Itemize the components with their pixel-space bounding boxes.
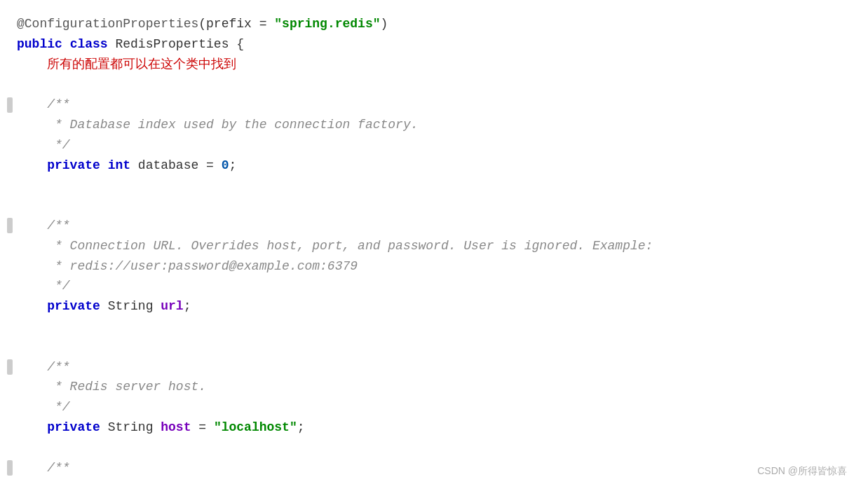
code-line [7, 337, 847, 357]
line-text: public class RedisProperties { [17, 34, 847, 55]
line-text: /** [17, 357, 847, 378]
code-line: */ [7, 397, 847, 417]
line-indicator [7, 359, 13, 375]
code-line: /** [7, 458, 847, 478]
code-line: private int database = 0; [7, 155, 847, 176]
code-line [7, 438, 847, 458]
line-text: /** [17, 95, 847, 115]
code-line: * Database index used by the connection … [7, 115, 847, 135]
line-text: * Connection URL. Overrides host, port, … [17, 236, 847, 256]
token: /** [17, 97, 70, 111]
token: private [47, 158, 100, 172]
code-line: public class RedisProperties { [7, 34, 847, 55]
code-content: @ConfigurationProperties(prefix = "sprin… [7, 14, 847, 478]
token: "localhost" [214, 420, 297, 434]
token: private [47, 299, 100, 313]
code-line: private String url; [7, 296, 847, 317]
token: */ [17, 279, 70, 293]
line-text: /** [17, 216, 847, 236]
token: ; [184, 299, 191, 313]
line-text: private String url; [17, 296, 847, 317]
code-line: @ConfigurationProperties(prefix = "sprin… [7, 14, 847, 34]
token: * Redis server host. [17, 380, 206, 394]
token: */ [17, 400, 70, 414]
token: ; [297, 420, 305, 434]
line-indicator [7, 218, 13, 233]
code-line: private String host = "localhost"; [7, 417, 847, 438]
watermark-text: CSDN @所得皆惊喜 [757, 463, 847, 478]
line-text: */ [17, 135, 847, 155]
token: 所有的配置都可以在这个类中找到 [17, 57, 236, 71]
token: /** [17, 219, 70, 233]
line-text: /** [17, 458, 847, 478]
code-line: /** [7, 357, 847, 378]
line-indicator [7, 460, 13, 476]
token: * redis://user:password@example.com:6379 [17, 259, 358, 273]
token: database = [130, 158, 222, 172]
token: /** [17, 461, 70, 475]
code-line: /** [7, 95, 847, 115]
line-text: 所有的配置都可以在这个类中找到 [17, 55, 847, 75]
token: ; [229, 158, 237, 172]
token: class [70, 37, 108, 51]
line-text: @ConfigurationProperties(prefix = "sprin… [17, 14, 847, 34]
token: String [100, 299, 161, 313]
line-text: */ [17, 397, 847, 417]
token: public [17, 37, 62, 51]
code-line: * Connection URL. Overrides host, port, … [7, 236, 847, 256]
token [17, 299, 47, 313]
code-viewer: @ConfigurationProperties(prefix = "sprin… [0, 0, 868, 491]
token: host [161, 420, 191, 434]
line-text: private int database = 0; [17, 155, 847, 176]
token [62, 37, 70, 51]
code-line [7, 175, 847, 195]
line-text: */ [17, 276, 847, 296]
code-line: */ [7, 276, 847, 296]
token: * Database index used by the connection … [17, 118, 419, 132]
token: = [191, 420, 213, 434]
line-indicator [7, 97, 13, 113]
token: (prefix = [198, 17, 274, 31]
token: String [100, 420, 161, 434]
code-line [7, 74, 847, 95]
code-line: /** [7, 216, 847, 236]
token: ) [381, 17, 388, 31]
code-line [7, 195, 847, 216]
line-text: * Redis server host. [17, 377, 847, 397]
code-line: 所有的配置都可以在这个类中找到 [7, 55, 847, 75]
token: int [108, 158, 130, 172]
code-line [7, 317, 847, 337]
token: private [47, 420, 100, 434]
token [100, 158, 108, 172]
line-text: private String host = "localhost"; [17, 417, 847, 438]
token: * Connection URL. Overrides host, port, … [17, 239, 653, 253]
token: @ConfigurationProperties [17, 17, 198, 31]
token: /** [17, 360, 70, 374]
code-line: */ [7, 135, 847, 155]
token [17, 158, 47, 172]
code-line: * Redis server host. [7, 377, 847, 397]
code-line: * redis://user:password@example.com:6379 [7, 256, 847, 277]
token: "spring.redis" [274, 17, 380, 31]
token: url [161, 299, 183, 313]
token: */ [17, 138, 70, 152]
line-text: * redis://user:password@example.com:6379 [17, 256, 847, 277]
token: 0 [222, 158, 229, 172]
token: RedisProperties { [108, 37, 244, 51]
token [17, 420, 47, 434]
line-text: * Database index used by the connection … [17, 115, 847, 135]
